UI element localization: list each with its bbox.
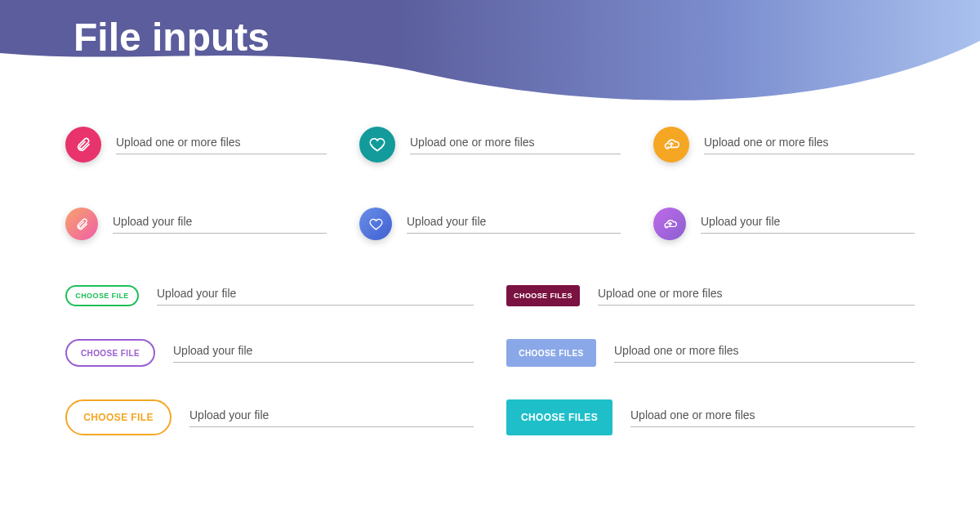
file-input-placeholder: Upload your file [113, 215, 327, 234]
button-rows: Choose file Upload your file Choose file… [65, 285, 915, 435]
choose-files-button[interactable]: Choose files [506, 285, 580, 306]
file-input-placeholder: Upload one or more files [410, 136, 621, 154]
file-input-cloud-grad[interactable]: Upload your file [653, 207, 915, 240]
file-input-placeholder: Upload your file [407, 215, 621, 234]
file-input-paperclip-grad[interactable]: Upload your file [65, 207, 327, 240]
file-input-placeholder: Upload your file [157, 287, 474, 306]
file-input-heart-grad[interactable]: Upload your file [359, 207, 621, 240]
choose-file-button[interactable]: Choose file [65, 285, 139, 306]
choose-file-button[interactable]: Choose file [65, 399, 172, 435]
choose-file-button[interactable]: Choose file [65, 339, 155, 367]
file-input-filled-sm[interactable]: Choose files Upload one or more files [506, 285, 915, 306]
cloud-upload-icon [653, 127, 689, 163]
file-input-paperclip[interactable]: Upload one or more files [65, 127, 327, 163]
file-input-placeholder: Upload one or more files [630, 408, 915, 427]
choose-files-button[interactable]: Choose files [506, 339, 596, 367]
file-input-heart[interactable]: Upload one or more files [359, 127, 621, 163]
file-input-placeholder: Upload your file [701, 215, 915, 234]
icon-row-gradient: Upload your file Upload your file Upload… [65, 207, 915, 240]
file-input-outline-md[interactable]: Choose file Upload your file [65, 339, 474, 367]
paperclip-icon [65, 127, 101, 163]
choose-files-button[interactable]: Choose files [506, 399, 612, 435]
file-input-placeholder: Upload one or more files [704, 136, 915, 154]
heart-icon [359, 127, 395, 163]
file-input-placeholder: Upload one or more files [116, 136, 327, 154]
file-input-filled-lg[interactable]: Choose files Upload one or more files [506, 399, 915, 435]
file-input-placeholder: Upload one or more files [598, 287, 915, 306]
heart-icon [359, 207, 392, 240]
cloud-upload-icon [653, 207, 686, 240]
file-input-outline-sm[interactable]: Choose file Upload your file [65, 285, 474, 306]
content-area: Upload one or more files Upload one or m… [65, 127, 915, 435]
file-input-placeholder: Upload one or more files [614, 344, 915, 363]
page-title: File inputs [74, 15, 270, 60]
file-input-filled-md[interactable]: Choose files Upload one or more files [506, 339, 915, 367]
paperclip-icon [65, 207, 98, 240]
file-input-outline-lg[interactable]: Choose file Upload your file [65, 399, 474, 435]
icon-row-solid: Upload one or more files Upload one or m… [65, 127, 915, 163]
file-input-cloud[interactable]: Upload one or more files [653, 127, 915, 163]
file-input-placeholder: Upload your file [189, 408, 474, 427]
file-input-placeholder: Upload your file [173, 344, 474, 363]
